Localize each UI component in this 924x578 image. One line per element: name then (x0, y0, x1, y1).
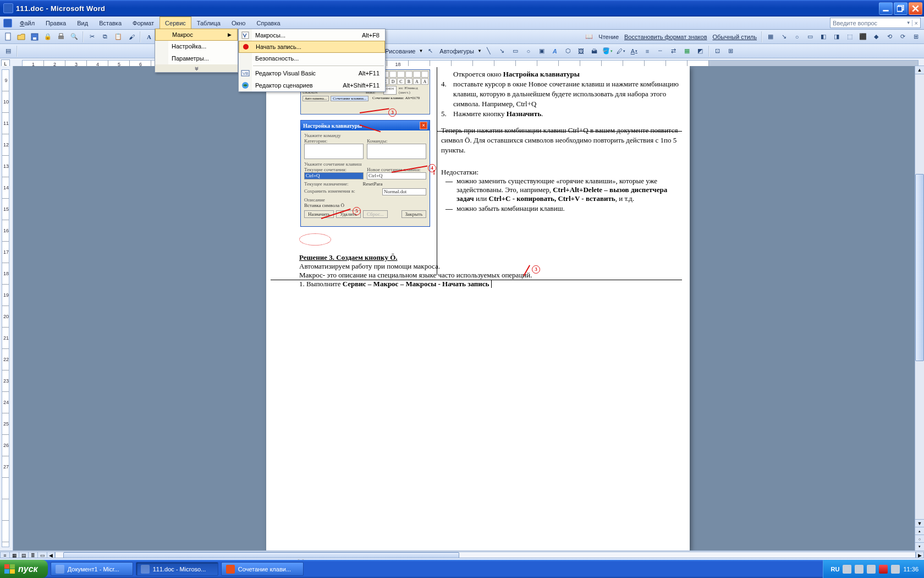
menu-insert[interactable]: Вставка (94, 17, 127, 29)
textbox-icon[interactable]: ▣ (536, 45, 548, 57)
wordart-icon[interactable]: A (549, 45, 561, 57)
tray-clock[interactable]: 11:36 (903, 566, 919, 572)
open-icon[interactable] (15, 31, 28, 43)
menu-view[interactable]: Вид (72, 17, 94, 29)
svg-point-9 (243, 44, 249, 50)
taskbar-item-doc1[interactable]: Документ1 - Micr... (51, 562, 133, 576)
document-map-icon[interactable]: ▤ (2, 45, 14, 57)
arrow-icon[interactable]: ↘ (778, 31, 790, 43)
misc-icon-2[interactable]: ◨ (831, 31, 843, 43)
menu-item-customize[interactable]: Настройка... (155, 40, 238, 52)
fill-color-icon[interactable]: 🪣 (602, 45, 614, 57)
menu-item-script-editor[interactable]: Редактор сценариевAlt+Shift+F11 (239, 79, 385, 91)
callout-5: 5 (353, 207, 361, 215)
help-search-box[interactable]: Введите вопрос ▼ × (830, 18, 921, 28)
misc-icon-1[interactable]: ◧ (817, 31, 829, 43)
help-close-icon[interactable]: × (912, 20, 918, 26)
menu-tools[interactable]: Сервис (160, 17, 191, 29)
line-style-icon[interactable]: ≡ (641, 45, 653, 57)
menu-file[interactable]: Файл (14, 17, 40, 29)
taskbar-item-111doc[interactable]: 111.doc - Microso... (136, 562, 218, 576)
misc-icon-8[interactable]: ⊞ (910, 31, 922, 43)
taskbar: пуск Документ1 - Micr... 111.doc - Micro… (0, 560, 924, 578)
vscroll-thumb[interactable] (915, 174, 924, 361)
menu-item-macros[interactable]: Макросы...Alt+F8 (239, 29, 385, 41)
misc-icon-4[interactable]: ⬛ (857, 31, 869, 43)
tray-lang[interactable]: RU (831, 566, 840, 572)
new-doc-icon[interactable] (2, 31, 14, 43)
print-icon[interactable] (55, 31, 67, 43)
rectangle-icon[interactable]: ▭ (509, 45, 521, 57)
font-color2-icon[interactable]: A (628, 45, 640, 57)
vertical-ruler[interactable]: 9101112131415161718192021222324252627 (0, 66, 13, 550)
preview-icon[interactable]: 🔍 (68, 31, 80, 43)
menu-item-options[interactable]: Параметры... (155, 52, 238, 64)
minimize-button[interactable] (879, 2, 893, 15)
help-placeholder: Введите вопрос (833, 20, 877, 26)
3d-icon[interactable]: ◩ (694, 45, 706, 57)
tray-icon-3[interactable] (867, 565, 876, 574)
format-painter-icon[interactable]: 🖌 (125, 31, 138, 43)
misc-icon-5[interactable]: ◆ (870, 31, 882, 43)
reading-layout-icon[interactable]: 📖 (583, 31, 595, 43)
autoshapes-label[interactable]: Автофигуры (437, 48, 476, 54)
save-icon[interactable] (29, 31, 41, 43)
rect-icon[interactable]: ▭ (804, 31, 816, 43)
select-objects-icon[interactable]: ↖ (424, 45, 436, 57)
misc-icon-3[interactable]: ⬚ (844, 31, 856, 43)
start-button[interactable]: пуск (0, 560, 48, 578)
restore-format-label[interactable]: Восстановить формат знаков (622, 34, 709, 40)
chevron-down-icon: ▼ (906, 20, 911, 25)
tray-icon-ati[interactable] (879, 565, 888, 574)
vertical-scrollbar[interactable]: ▲ ▼ ▴ ○ ▾ (915, 66, 924, 550)
menu-help[interactable]: Справка (251, 17, 285, 29)
diagram-icon[interactable]: ⬡ (562, 45, 574, 57)
tray-icon-1[interactable] (843, 565, 851, 574)
clipart-icon[interactable]: 🖼 (575, 45, 587, 57)
svg-text:VB: VB (243, 71, 249, 76)
next-page-button[interactable]: ▾ (915, 542, 924, 551)
menu-item-macro[interactable]: Макрос▶ (155, 29, 238, 41)
menu-edit[interactable]: Правка (40, 17, 72, 29)
shadow-icon[interactable]: ▦ (681, 45, 693, 57)
paste-icon[interactable]: 📋 (112, 31, 124, 43)
line-color-icon[interactable]: 🖊 (615, 45, 627, 57)
menu-item-vbe[interactable]: VB Редактор Visual BasicAlt+F11 (239, 67, 385, 79)
permission-icon[interactable]: 🔒 (42, 31, 54, 43)
restore-button[interactable] (894, 2, 908, 15)
misc-icon-6[interactable]: ⟲ (883, 31, 895, 43)
scroll-up-button[interactable]: ▲ (915, 66, 924, 74)
extra-icon-b[interactable]: ⊞ (725, 45, 737, 57)
macro-submenu-popup: Макросы...Alt+F8 Начать запись... Безопа… (238, 29, 386, 92)
menu-item-security[interactable]: Безопасность... (239, 52, 385, 64)
line-icon[interactable]: ╲ (483, 45, 495, 57)
arrow-style-icon[interactable]: ⇄ (668, 45, 680, 57)
close-button[interactable] (909, 2, 922, 15)
oval-shape-icon[interactable]: ○ (522, 45, 535, 57)
menu-table[interactable]: Таблица (191, 17, 226, 29)
styles-aa-icon[interactable]: A (143, 31, 155, 43)
extra-icon-a[interactable]: ⊡ (712, 45, 724, 57)
tray-icon-5[interactable] (891, 565, 900, 574)
svg-rect-16 (10, 569, 15, 574)
copy-icon[interactable]: ⧉ (99, 31, 111, 43)
menu-item-record-macro[interactable]: Начать запись... (239, 41, 385, 53)
tray-icon-2[interactable] (855, 565, 864, 574)
menu-format[interactable]: Формат (127, 17, 160, 29)
arrow-line-icon[interactable]: ↘ (496, 45, 508, 57)
dash-style-icon[interactable]: ┄ (654, 45, 667, 57)
menu-window[interactable]: Окно (226, 17, 251, 29)
misc-icon-7[interactable]: ⟳ (897, 31, 909, 43)
document-scroll[interactable]: ФХЦONMLKJIHGFEDCBAA CYRILLIC CAPITAL LET… (13, 66, 924, 550)
oval-icon[interactable]: ○ (791, 31, 803, 43)
normal-style-label[interactable]: Обычный стиль (710, 34, 759, 40)
frame-icon[interactable]: ▦ (765, 31, 777, 43)
reading-label[interactable]: Чтение (596, 34, 621, 40)
picture-icon[interactable]: 🏔 (588, 45, 601, 57)
menu-expand-button[interactable] (155, 64, 238, 72)
drawing-label[interactable]: Рисование (383, 48, 417, 54)
cut-icon[interactable]: ✂ (86, 31, 98, 43)
document-page[interactable]: ФХЦONMLKJIHGFEDCBAA CYRILLIC CAPITAL LET… (266, 66, 690, 550)
taskbar-item-browser[interactable]: Сочетание клави... (221, 562, 304, 576)
red-oval-annotation (299, 233, 331, 246)
